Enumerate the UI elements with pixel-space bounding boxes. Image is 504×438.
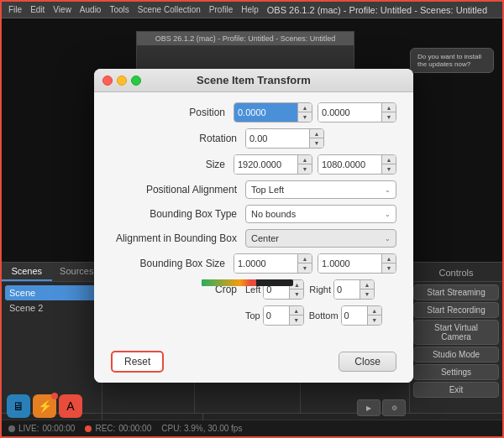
maximize-traffic-light[interactable] — [131, 76, 141, 86]
menu-scene-collection[interactable]: Scene Collection — [138, 5, 201, 14]
close-button[interactable]: Close — [339, 352, 396, 372]
bounding-box-size-h-down[interactable]: ▼ — [382, 263, 396, 273]
menu-view[interactable]: View — [53, 5, 71, 14]
window-title: OBS 26.1.2 (mac) - Profile: Untitled - S… — [259, 5, 496, 15]
bounding-box-size-row: Bounding Box Size ▲ ▼ ▲ — [111, 253, 396, 274]
bounding-box-size-h-field: ▲ ▼ — [318, 253, 396, 274]
bounding-box-size-w-up[interactable]: ▲ — [298, 254, 312, 263]
modal-body: Position ▲ ▼ ▲ — [94, 92, 413, 344]
obs-main-window: File Edit View Audio Tools Scene Collect… — [0, 0, 504, 438]
positional-alignment-row: Positional Alignment Top Left ⌄ — [111, 180, 396, 199]
crop-top-input[interactable] — [264, 306, 289, 325]
dock-icon-2[interactable]: ⚡ — [33, 394, 56, 418]
rotation-down[interactable]: ▼ — [310, 138, 323, 148]
exit-button[interactable]: Exit — [413, 382, 499, 398]
menu-edit[interactable]: Edit — [30, 5, 45, 14]
dock-icon-1[interactable]: 🖥 — [7, 394, 30, 418]
bounding-box-size-h-input[interactable] — [318, 254, 381, 273]
alignment-bounding-box-arrow: ⌄ — [385, 235, 391, 242]
scene-item-2[interactable]: Scene 2 — [5, 300, 98, 315]
position-y-up[interactable]: ▲ — [382, 103, 396, 112]
positional-alignment-select[interactable]: Top Left ⌄ — [245, 180, 396, 199]
preview-icon-2[interactable]: ⚙ — [382, 399, 406, 416]
start-streaming-button[interactable]: Start Streaming — [413, 284, 499, 300]
bounding-box-type-controls: No bounds ⌄ — [245, 205, 396, 223]
crop-right-input[interactable] — [334, 280, 360, 299]
preview-icon-1[interactable]: ▶ — [357, 399, 381, 416]
crop-bottom-down[interactable]: ▼ — [368, 315, 381, 325]
start-recording-button[interactable]: Start Recording — [413, 302, 499, 318]
settings-button[interactable]: Settings — [413, 364, 499, 380]
position-y-down[interactable]: ▼ — [382, 112, 396, 122]
menu-tools[interactable]: Tools — [109, 5, 129, 14]
bounding-box-size-w-down[interactable]: ▼ — [298, 263, 312, 273]
minimize-traffic-light[interactable] — [117, 76, 127, 86]
size-h-input[interactable] — [318, 155, 381, 174]
menu-file[interactable]: File — [8, 5, 22, 14]
size-h-arrows: ▲ ▼ — [381, 155, 396, 174]
crop-top-label: Top — [245, 310, 260, 321]
position-row: Position ▲ ▼ ▲ — [111, 102, 396, 123]
positional-alignment-controls: Top Left ⌄ — [245, 180, 396, 199]
bounding-box-type-select[interactable]: No bounds ⌄ — [245, 205, 396, 223]
positional-alignment-label: Positional Alignment — [111, 184, 245, 196]
crop-left-down[interactable]: ▼ — [290, 289, 303, 299]
alignment-bounding-box-row: Alignment in Bounding Box Center ⌄ — [111, 229, 396, 248]
bounding-box-size-h-up[interactable]: ▲ — [382, 254, 396, 263]
crop-top-arrows: ▲ ▼ — [289, 306, 303, 325]
rec-time: 00:00:00 — [118, 424, 151, 433]
rotation-up[interactable]: ▲ — [310, 129, 323, 138]
crop-bottom-input[interactable] — [342, 306, 367, 325]
rotation-input[interactable] — [246, 129, 309, 148]
studio-mode-button[interactable]: Studio Mode — [413, 347, 499, 362]
right-preview-icons: ▶ ⚙ — [357, 399, 406, 416]
position-x-down[interactable]: ▼ — [298, 112, 312, 122]
traffic-lights — [102, 76, 141, 86]
position-x-field: ▲ ▼ — [234, 102, 312, 123]
crop-bottom-spin: ▲ ▼ — [341, 305, 382, 326]
start-virtual-camera-button[interactable]: Start Virtual Camera — [413, 320, 499, 345]
menu-bar: File Edit View Audio Tools Scene Collect… — [2, 2, 502, 18]
crop-bottom-up[interactable]: ▲ — [368, 306, 381, 315]
rec-status: REC: 00:00:00 — [85, 424, 151, 433]
crop-top-down[interactable]: ▼ — [290, 315, 303, 325]
size-w-input[interactable] — [234, 155, 297, 174]
size-w-down[interactable]: ▼ — [298, 164, 312, 174]
menu-profile[interactable]: Profile — [209, 5, 233, 14]
scene-item-1[interactable]: Scene — [5, 285, 98, 300]
tab-scenes[interactable]: Scenes — [2, 263, 52, 281]
crop-bottom-arrows: ▲ ▼ — [367, 306, 381, 325]
close-traffic-light[interactable] — [102, 76, 113, 86]
crop-top-spin: ▲ ▼ — [263, 305, 304, 326]
crop-right-up[interactable]: ▲ — [360, 280, 374, 289]
live-status: LIVE: 00:00:00 — [8, 424, 75, 433]
crop-right-down[interactable]: ▼ — [360, 289, 374, 299]
position-x-input[interactable] — [234, 103, 297, 122]
rotation-controls: ▲ ▼ — [245, 128, 396, 149]
notification-bubble: Do you want to install the updates now? — [410, 48, 494, 73]
size-h-up[interactable]: ▲ — [382, 155, 396, 164]
size-controls: ▲ ▼ ▲ ▼ — [234, 154, 396, 175]
dock-icon-3[interactable]: A — [59, 394, 82, 418]
menu-items: File Edit View Audio Tools Scene Collect… — [8, 5, 259, 14]
position-y-input[interactable] — [318, 103, 381, 122]
alignment-bounding-box-select[interactable]: Center ⌄ — [245, 229, 396, 248]
menu-help[interactable]: Help — [241, 5, 259, 14]
alignment-bounding-box-label: Alignment in Bounding Box — [111, 232, 245, 244]
controls-title: Controls — [410, 266, 502, 282]
crop-bottom-item: Bottom ▲ ▼ — [309, 305, 382, 326]
reset-button[interactable]: Reset — [111, 351, 164, 373]
modal-titlebar: Scene Item Transform — [94, 69, 413, 92]
crop-top-up[interactable]: ▲ — [290, 306, 303, 315]
position-y-arrows: ▲ ▼ — [381, 103, 396, 122]
size-w-up[interactable]: ▲ — [298, 155, 312, 164]
position-x-arrows: ▲ ▼ — [297, 103, 312, 122]
size-h-down[interactable]: ▼ — [382, 164, 396, 174]
menu-audio[interactable]: Audio — [80, 5, 102, 14]
dock-icons: 🖥 ⚡ A — [7, 394, 82, 418]
bounding-box-size-w-arrows: ▲ ▼ — [297, 254, 312, 273]
rotation-row: Rotation ▲ ▼ — [111, 128, 396, 149]
size-row: Size ▲ ▼ ▲ — [111, 154, 396, 175]
position-x-up[interactable]: ▲ — [298, 103, 312, 112]
bounding-box-size-w-input[interactable] — [234, 254, 297, 273]
